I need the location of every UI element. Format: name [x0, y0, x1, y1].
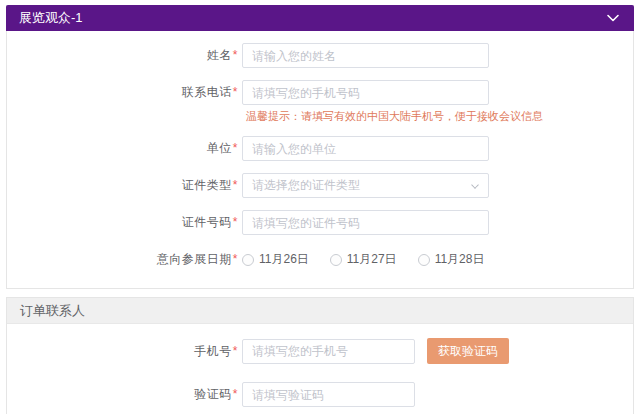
required-mark: *	[233, 141, 238, 155]
visit-date-option-3[interactable]: 11月28日	[418, 251, 485, 268]
organization-input[interactable]	[242, 136, 489, 161]
id-number-input[interactable]	[242, 210, 489, 235]
mobile-label: 手机号*	[7, 339, 242, 364]
id-number-row: 证件号码*	[7, 210, 633, 235]
captcha-row: 验证码*	[7, 382, 633, 407]
get-verification-code-button[interactable]: 获取验证码	[427, 338, 509, 364]
phone-row: 联系电话*	[7, 80, 633, 105]
visit-date-option-2[interactable]: 11月27日	[330, 251, 397, 268]
captcha-label: 验证码*	[7, 382, 242, 407]
required-mark: *	[233, 178, 238, 192]
name-input[interactable]	[242, 43, 489, 68]
name-row: 姓名*	[7, 43, 633, 68]
id-number-label: 证件号码*	[7, 210, 242, 235]
required-mark: *	[233, 215, 238, 229]
radio-unchecked-icon	[418, 254, 430, 266]
phone-hint-text: 温馨提示：请填写有效的中国大陆手机号，便于接收会议信息	[246, 109, 543, 124]
visit-date-label: 意向参展日期*	[7, 247, 242, 272]
registration-page: 展览观众-1 姓名* 联系电话* 温馨提示：请填写有效的中国大陆手机号，便于接收…	[0, 0, 640, 414]
visitor-section-header[interactable]: 展览观众-1	[6, 5, 634, 31]
required-mark: *	[233, 85, 238, 99]
mobile-row: 手机号* 获取验证码	[7, 338, 633, 364]
visitor-form: 姓名* 联系电话* 温馨提示：请填写有效的中国大陆手机号，便于接收会议信息 单位…	[7, 31, 633, 272]
name-label: 姓名*	[7, 43, 242, 68]
visitor-section-title: 展览观众-1	[19, 9, 83, 27]
phone-hint-row: 温馨提示：请填写有效的中国大陆手机号，便于接收会议信息	[7, 109, 633, 124]
mobile-input[interactable]	[242, 339, 415, 364]
organization-row: 单位*	[7, 136, 633, 161]
select-caret-icon	[471, 181, 479, 189]
visitor-section-card: 展览观众-1 姓名* 联系电话* 温馨提示：请填写有效的中国大陆手机号，便于接收…	[6, 5, 634, 289]
radio-unchecked-icon	[330, 254, 342, 266]
visit-date-radio-group: 11月26日 11月27日 11月28日	[242, 251, 484, 268]
radio-unchecked-icon	[242, 254, 254, 266]
id-type-select[interactable]: 请选择您的证件类型	[242, 173, 489, 198]
chevron-down-icon[interactable]	[605, 10, 621, 26]
required-mark: *	[233, 387, 238, 401]
visit-date-option-1[interactable]: 11月26日	[242, 251, 309, 268]
required-mark: *	[233, 344, 238, 358]
required-mark: *	[233, 48, 238, 62]
organization-label: 单位*	[7, 136, 242, 161]
captcha-input[interactable]	[242, 382, 415, 407]
order-contact-header: 订单联系人	[7, 298, 633, 324]
visit-date-row: 意向参展日期* 11月26日 11月27日 11月28日	[7, 247, 633, 272]
phone-input[interactable]	[242, 80, 489, 105]
order-contact-title: 订单联系人	[20, 302, 85, 320]
id-type-row: 证件类型* 请选择您的证件类型	[7, 173, 633, 198]
id-type-label: 证件类型*	[7, 173, 242, 198]
order-contact-form: 手机号* 获取验证码 验证码*	[7, 324, 633, 407]
required-mark: *	[233, 252, 238, 266]
id-type-select-placeholder: 请选择您的证件类型	[252, 177, 360, 194]
phone-label: 联系电话*	[7, 80, 242, 105]
order-contact-card: 订单联系人 手机号* 获取验证码 验证码*	[6, 297, 634, 414]
